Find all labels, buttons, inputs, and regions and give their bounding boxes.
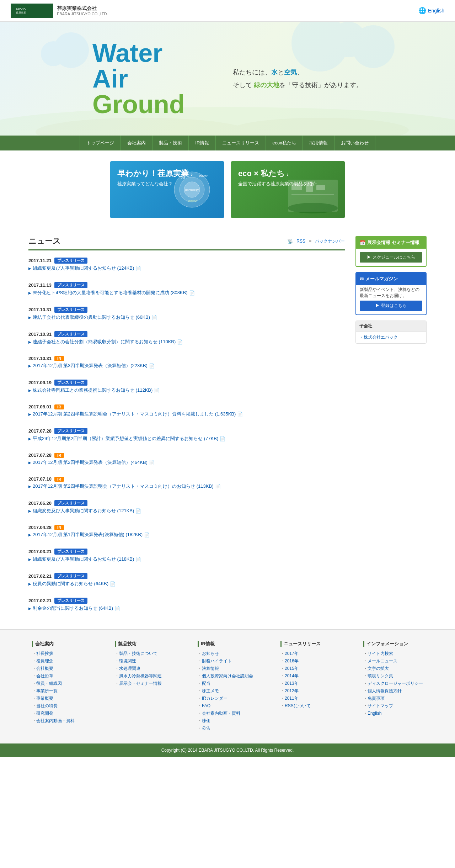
footer-link[interactable]: 水処理関連 <box>115 666 140 671</box>
footer-link[interactable]: 会社案内動画・資料 <box>32 718 75 723</box>
footer-link[interactable]: メールニュース <box>363 658 397 663</box>
nav-item[interactable]: ニュースリリース <box>216 136 266 150</box>
footer-link[interactable]: 事業所一覧 <box>32 688 58 693</box>
pdf-icon: 📄 <box>220 436 225 441</box>
news-link[interactable]: 連結子会社との会社分割（簡易吸収分割）に関するお知らせ (110KB)📄 <box>28 339 345 345</box>
footer-link[interactable]: 公告 <box>198 726 210 731</box>
nav-item[interactable]: ecox私たち <box>266 136 303 150</box>
subsidiary-link[interactable]: 株式会社エバック <box>359 333 423 342</box>
footer-link[interactable]: お知らせ <box>198 651 219 656</box>
news-link[interactable]: 2017年12月期 第2四半期決算説明会（アナリスト・マスコミ向け）資料を掲載し… <box>28 411 345 417</box>
nav-item[interactable]: 会社案内 <box>121 136 152 150</box>
nav-item[interactable]: 製品・技術 <box>152 136 189 150</box>
footer-link[interactable]: 展示会・セミナー情報 <box>115 681 162 686</box>
footer-link[interactable]: 会社沿革 <box>32 673 53 678</box>
footer-link[interactable]: 製品・技術について <box>115 651 157 656</box>
footer-link[interactable]: 2016年 <box>280 658 299 663</box>
footer-link[interactable]: IRカレンダー <box>198 696 228 701</box>
news-link[interactable]: 株式会社寺岡精工との業務提携に関するお知らせ (112KB)📄 <box>28 387 345 393</box>
news-badge: IR <box>54 453 64 458</box>
footer-link[interactable]: サイト内検索 <box>363 651 393 656</box>
rss-link[interactable]: RSS <box>296 239 305 244</box>
footer-link[interactable]: 2011年 <box>280 696 299 701</box>
footer-link[interactable]: 風水力冷熱機器等関連 <box>115 673 162 678</box>
footer-link[interactable]: 財務ハイライト <box>198 658 232 663</box>
sidebar-exhibit-box: 📅 展示会情報 セミナー情報 ▶ スケジュールはこちら <box>355 236 427 267</box>
news-link[interactable]: 2017年12月期 第2四半期決算発表（決算短信）(464KB)📄 <box>28 459 345 466</box>
footer-link[interactable]: 研究開発 <box>32 711 53 716</box>
news-date-row: 2017.10.31プレスリリース <box>28 331 345 337</box>
footer-link[interactable]: 会社概要 <box>32 666 53 671</box>
footer-link[interactable]: 会社案内動画・資料 <box>198 711 240 716</box>
footer-link[interactable]: 2017年 <box>280 651 299 656</box>
sidebar-exhibit-body: ▶ スケジュールはこちら <box>356 249 426 266</box>
news-link[interactable]: 組織変更及び人事異動に関するお知らせ (118KB)📄 <box>28 556 345 562</box>
news-link[interactable]: 平成29年12月期第2四半期（累計）業績予想値と実績値との差異に関するお知らせ … <box>28 435 345 442</box>
footer-link[interactable]: 役員・組織図 <box>32 681 62 686</box>
pdf-icon: 📄 <box>135 557 141 562</box>
news-link[interactable]: 連結子会社の代表取締役の異動に関するお知らせ (66KB)📄 <box>28 314 345 321</box>
sidebar-subsidiary-box: 子会社 株式会社エバック <box>355 321 427 344</box>
nav-item[interactable]: IR情報 <box>189 136 216 150</box>
nav-item[interactable]: お問い合わせ <box>334 136 375 150</box>
exhibit-schedule-btn[interactable]: ▶ スケジュールはこちら <box>360 252 422 263</box>
news-item: 2017.03.21プレスリリース組織変更及び人事異動に関するお知らせ (118… <box>28 549 345 567</box>
news-date: 2017.07.28 <box>28 452 52 458</box>
promo-card-eco[interactable]: eco × 私たち › 全国で活躍する荏原実業の製品を紹介 <box>231 161 345 218</box>
footer-link[interactable]: 2013年 <box>280 681 299 686</box>
footer-link[interactable]: 2014年 <box>280 673 299 678</box>
back-numbers-link[interactable]: バックナンバー <box>315 238 345 244</box>
footer-link[interactable]: 事業概要 <box>32 696 53 701</box>
news-badge: IR <box>54 356 64 361</box>
footer-link[interactable]: 環境リンク集 <box>363 673 393 678</box>
footer-link[interactable]: 社長挨拶 <box>32 651 53 656</box>
language-button[interactable]: 🌐 English <box>418 7 444 15</box>
pdf-icon: 📄 <box>149 363 155 369</box>
footer-link[interactable]: 免責事項 <box>363 696 385 701</box>
pdf-icon: 📄 <box>189 290 195 296</box>
footer-link[interactable]: 決算情報 <box>198 666 219 671</box>
news-title: ニュース <box>28 236 61 247</box>
footer-link[interactable]: 当社の特長 <box>32 703 58 708</box>
footer-link[interactable]: サイトマップ <box>363 703 393 708</box>
promo-map <box>284 173 341 216</box>
footer-link[interactable]: 環境関連 <box>115 658 136 663</box>
mail-register-btn[interactable]: ▶ 登録はこちら <box>360 301 422 311</box>
news-controls: 📡 RSS ≡ バックナンバー <box>287 238 345 244</box>
footer-link[interactable]: 個人投資家向け会社説明会 <box>198 673 253 678</box>
footer-link[interactable]: 文字の拡大 <box>363 666 389 671</box>
news-link[interactable]: 未分化ヒトiPS細胞の大量培養を可能とする培養基材の開発に成功 (808KB)📄 <box>28 290 345 296</box>
news-link[interactable]: 2017年12月期 第1四半期決算発表(決算短信) (182KB)📄 <box>28 531 345 538</box>
footer-link[interactable]: 役員理念 <box>32 658 53 663</box>
nav-item[interactable]: トップページ <box>80 136 121 150</box>
news-link[interactable]: 2017年12月期 第2四半期決算説明会（アナリスト・マスコミ向け）のお知らせ … <box>28 483 345 489</box>
footer-link[interactable]: 株主メモ <box>198 688 219 693</box>
news-link[interactable]: 役員の異動に関するお知らせ (64KB)📄 <box>28 581 345 587</box>
news-date-row: 2017.09.19プレスリリース <box>28 380 345 386</box>
footer-link[interactable]: FAQ <box>198 703 210 708</box>
footer-link[interactable]: 株価 <box>198 718 210 723</box>
footer-link[interactable]: 2015年 <box>280 666 299 671</box>
footer-link[interactable]: 配当 <box>198 681 210 686</box>
news-section: ニュース 📡 RSS ≡ バックナンバー 2017.11.21プレスリリース組織… <box>28 236 345 622</box>
footer-link[interactable]: ディスクロージャーポリシー <box>363 681 423 686</box>
news-link[interactable]: 組織変更及び人事異動に関するお知らせ (124KB)📄 <box>28 265 345 271</box>
hero-ground-title: Ground <box>92 91 185 117</box>
footer-link[interactable]: 個人情報保護方針 <box>363 688 402 693</box>
footer-link[interactable]: English <box>363 711 381 716</box>
news-link[interactable]: 組織変更及び人事異動に関するお知らせ (121KB)📄 <box>28 508 345 514</box>
footer-link[interactable]: 2012年 <box>280 688 299 693</box>
pdf-icon: 📄 <box>177 339 183 345</box>
news-link[interactable]: 2017年12月期 第3四半期決算発表（決算短信）(223KB)📄 <box>28 362 345 369</box>
news-date-row: 2017.06.20プレスリリース <box>28 500 345 506</box>
news-link[interactable]: 剰余金の配当に関するお知らせ (64KB)📄 <box>28 605 345 612</box>
exhibit-icon: 📅 <box>360 240 365 245</box>
svg-point-23 <box>288 203 338 213</box>
footer-nav: 会社案内社長挨拶役員理念会社概要会社沿革役員・組織図事業所一覧事業概要当社の特長… <box>0 629 455 743</box>
promo-card-company[interactable]: 早わかり！荏原実業 › 荏原実業ってどんな会社？ Air Water Groun… <box>110 161 224 218</box>
nav-item[interactable]: 採用情報 <box>303 136 334 150</box>
footer-bottom: Copyright (C) 2014 EBARA JITSUGYO CO.,LT… <box>0 743 455 757</box>
news-date: 2017.02.21 <box>28 573 52 579</box>
main-content: ニュース 📡 RSS ≡ バックナンバー 2017.11.21プレスリリース組織… <box>14 229 441 629</box>
footer-link[interactable]: RSSについて <box>280 703 311 708</box>
